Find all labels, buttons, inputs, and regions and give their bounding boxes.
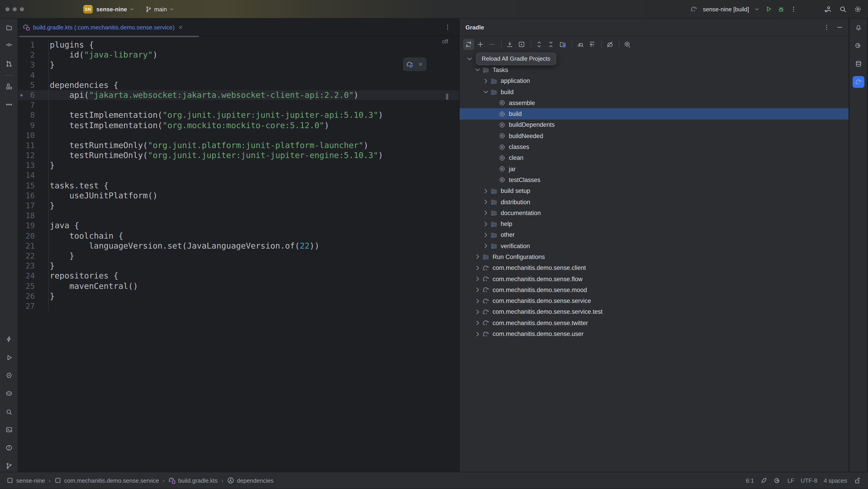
tree-node-tasks[interactable]: Tasks <box>460 64 848 76</box>
sidebar-item-build[interactable] <box>3 333 15 345</box>
code-line-20[interactable]: 20 toolchain { <box>18 231 459 241</box>
tree-node-clean[interactable]: clean <box>460 152 848 164</box>
line-number[interactable]: 16 <box>18 191 49 201</box>
run-task-button[interactable] <box>516 39 527 50</box>
code-line-1[interactable]: 1plugins { <box>18 40 459 50</box>
sidebar-item-commit[interactable] <box>3 39 15 51</box>
line-number[interactable]: 12 <box>18 150 49 160</box>
code-line-22[interactable]: 22 } <box>18 251 459 261</box>
tree-node-com-mechanitis-demo-sense-client[interactable]: com.mechanitis.demo.sense.client <box>460 262 848 274</box>
add-button[interactable] <box>475 39 486 50</box>
dependency-analyzer-button[interactable] <box>575 39 586 50</box>
chevron-right-icon[interactable] <box>482 242 490 250</box>
panel-options-button[interactable] <box>823 24 830 31</box>
code-line-15[interactable]: 15tasks.test { <box>18 180 459 191</box>
gradle-sync-icon[interactable] <box>406 60 414 68</box>
line-number[interactable]: 9 <box>18 120 49 130</box>
tree-node-testclasses[interactable]: testClasses <box>460 175 848 185</box>
grazie-icon[interactable] <box>761 477 768 484</box>
code-line-14[interactable]: 14 <box>18 170 459 180</box>
search-everywhere-button[interactable] <box>839 5 847 13</box>
tab-options-button[interactable] <box>444 24 451 31</box>
tree-node-help[interactable]: help <box>460 219 848 230</box>
debug-button[interactable] <box>778 5 785 13</box>
tree-node-com-mechanitis-demo-sense-twitter[interactable]: com.mechanitis.demo.sense.twitter <box>460 317 848 328</box>
line-number[interactable]: 15 <box>18 180 49 191</box>
line-number[interactable]: 27 <box>18 301 49 311</box>
close-tab-icon[interactable] <box>178 24 184 30</box>
sidebar-item-ai-assistant[interactable] <box>852 39 864 51</box>
tree-node-buildneeded[interactable]: buildNeeded <box>460 131 848 142</box>
tree-node-run-configurations[interactable]: Run Configurations <box>460 252 848 263</box>
chevron-right-icon[interactable] <box>474 286 482 294</box>
tree-node-other[interactable]: other <box>460 230 848 241</box>
line-separator-widget[interactable]: LF <box>787 477 794 484</box>
code-line-6[interactable]: 6 api("jakarta.websocket:jakarta.websock… <box>18 90 459 100</box>
editor-tab-build-gradle-kts[interactable]: build.gradle.kts (:com.mechanitis.demo.s… <box>18 19 188 36</box>
breadcrumb-item-com-mechanitis-demo-sense-service[interactable]: com.mechanitis.demo.sense.service <box>54 477 159 484</box>
code-line-5[interactable]: 5dependencies { <box>18 80 459 90</box>
chevron-right-icon[interactable] <box>474 330 482 338</box>
lock-open-icon[interactable] <box>854 477 861 484</box>
chevron-right-icon[interactable] <box>474 319 482 327</box>
download-sources-button[interactable] <box>504 39 515 50</box>
line-number[interactable]: 14 <box>18 170 49 180</box>
chevron-down-icon[interactable] <box>466 55 474 62</box>
sidebar-item-version-control[interactable] <box>3 460 15 472</box>
expand-all-button[interactable] <box>534 39 545 50</box>
chevron-right-icon[interactable] <box>482 231 490 239</box>
chevron-right-icon[interactable] <box>474 275 482 283</box>
tree-node-application[interactable]: application <box>460 76 848 86</box>
sidebar-item-gradle-active[interactable] <box>852 76 864 88</box>
sidebar-item-project-folder[interactable] <box>3 22 15 33</box>
more-actions-button[interactable] <box>790 6 797 12</box>
file-encoding-widget[interactable]: UTF-8 <box>801 477 817 484</box>
minimize-window-button[interactable] <box>13 7 17 11</box>
chevron-right-icon[interactable] <box>482 77 490 84</box>
tree-node-com-mechanitis-demo-sense-service-test[interactable]: com.mechanitis.demo.sense.service.test <box>460 307 848 318</box>
ai-status-icon[interactable] <box>774 477 781 484</box>
code-line-26[interactable]: 26} <box>18 291 459 301</box>
tree-node-documentation[interactable]: documentation <box>460 207 848 219</box>
hide-panel-button[interactable] <box>836 24 843 31</box>
sidebar-item-run[interactable] <box>3 352 15 364</box>
line-number[interactable]: 11 <box>18 140 49 150</box>
group-tasks-button[interactable] <box>557 39 568 50</box>
reload-gradle-button[interactable] <box>463 39 474 50</box>
code-line-17[interactable]: 17} <box>18 201 459 210</box>
tree-node-com-mechanitis-demo-sense-user[interactable]: com.mechanitis.demo.sense.user <box>460 328 848 340</box>
tree-node-classes[interactable]: classes <box>460 142 848 152</box>
tree-node-verification[interactable]: verification <box>460 240 848 252</box>
project-widget[interactable]: sense-nine <box>96 6 134 12</box>
sidebar-item-profiler[interactable] <box>3 387 15 399</box>
vcs-branch-widget[interactable]: main <box>145 6 174 12</box>
chevron-right-icon[interactable] <box>482 209 490 217</box>
code-editor[interactable]: 1plugins {2 id("java-library")3}45depend… <box>18 40 459 311</box>
tree-node-build[interactable]: build <box>460 109 848 119</box>
code-line-23[interactable]: 23} <box>18 261 459 271</box>
chevron-down-icon[interactable] <box>482 88 490 95</box>
run-button[interactable] <box>765 5 772 13</box>
tree-node-jar[interactable]: jar <box>460 164 848 175</box>
line-number[interactable]: 26 <box>18 291 49 301</box>
offline-mode-button[interactable] <box>604 39 615 50</box>
tree-node-com-mechanitis-demo-sense-flow[interactable]: com.mechanitis.demo.sense.flow <box>460 274 848 285</box>
tree-node-com-mechanitis-demo-sense-service[interactable]: com.mechanitis.demo.sense.service <box>460 295 848 307</box>
line-number[interactable]: 20 <box>18 231 49 241</box>
breadcrumb-item-sense-nine[interactable]: sense-nine <box>6 477 45 484</box>
dismiss-widget-icon[interactable] <box>418 62 423 67</box>
run-configuration-widget[interactable]: sense-nine [build] <box>690 5 760 13</box>
line-number[interactable]: 22 <box>18 251 49 261</box>
line-number[interactable]: 7 <box>18 100 49 110</box>
line-number[interactable]: 8 <box>18 110 49 120</box>
sidebar-item-pull-requests[interactable] <box>3 58 15 70</box>
collapse-all-button[interactable] <box>546 39 556 50</box>
tree-node-build[interactable]: build <box>460 86 848 97</box>
tree-node-com-mechanitis-demo-sense-mood[interactable]: com.mechanitis.demo.sense.mood <box>460 284 848 295</box>
code-line-12[interactable]: 12 testRuntimeOnly("org.junit.jupiter:ju… <box>18 150 459 160</box>
sidebar-item-structure[interactable] <box>3 81 15 92</box>
close-window-button[interactable] <box>5 7 9 11</box>
tab-scrollbar-thumb[interactable] <box>19 36 199 37</box>
line-number[interactable]: 6 <box>18 90 49 100</box>
zoom-window-button[interactable] <box>20 7 24 11</box>
